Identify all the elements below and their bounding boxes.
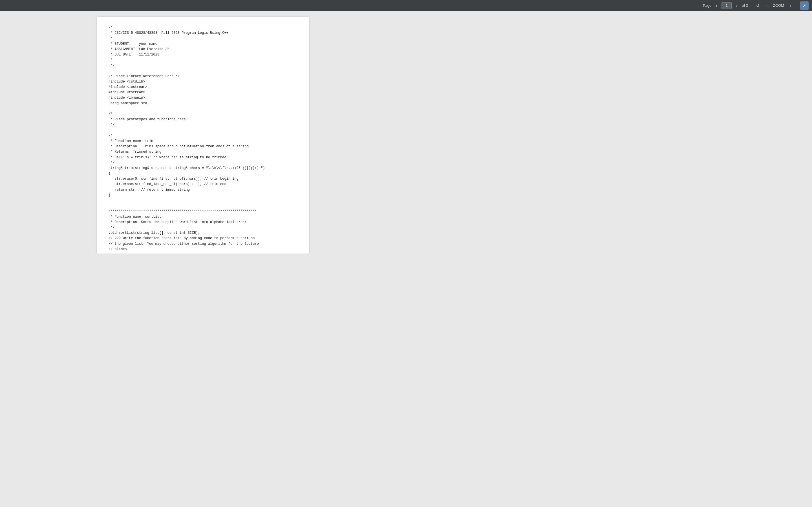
code-content: /* * CSC/CIS-5-48828/48893 Fall 2023 Pro… (109, 25, 297, 253)
document-viewer: /* * CSC/CIS-5-48828/48893 Fall 2023 Pro… (0, 11, 406, 253)
document-page: /* * CSC/CIS-5-48828/48893 Fall 2023 Pro… (97, 17, 309, 253)
toolbar: Page ‹ › of 3 ↺ − ZOOM + ⤢ (0, 0, 406, 11)
